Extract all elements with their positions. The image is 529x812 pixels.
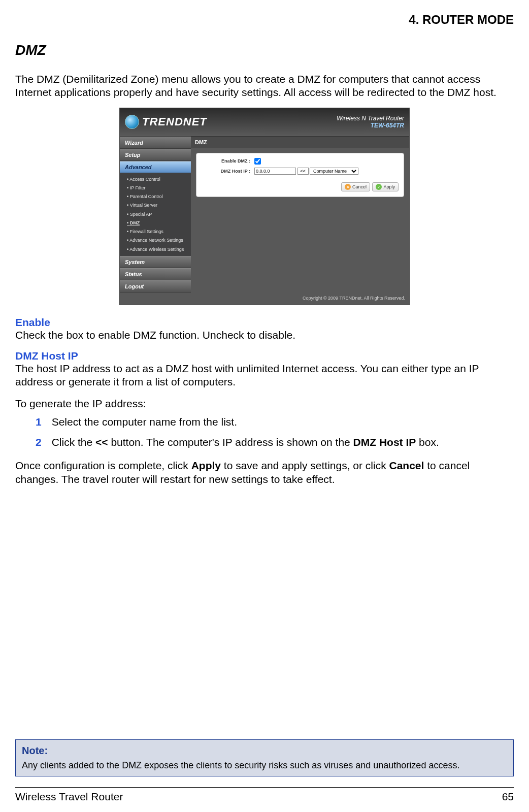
sub-dmz[interactable]: DMZ <box>120 219 191 228</box>
note-box: Note: Any clients added to the DMZ expos… <box>15 739 514 777</box>
nav-wizard[interactable]: Wizard <box>120 137 191 149</box>
generate-intro: To generate the IP address: <box>15 397 514 410</box>
apply-icon: ✓ <box>376 184 382 190</box>
final-paragraph: Once configuration is complete, click Ap… <box>15 459 514 486</box>
nav-advanced[interactable]: Advanced <box>120 161 191 173</box>
sub-ip-filter[interactable]: IP Filter <box>120 184 191 192</box>
step-2-text: Click the << button. The computer's IP a… <box>52 436 439 449</box>
step-number-2: 2 <box>36 436 42 449</box>
step-2: 2 Click the << button. The computer's IP… <box>36 436 514 449</box>
computer-name-select[interactable]: Computer Name <box>310 168 358 175</box>
cancel-icon: ✕ <box>345 184 351 190</box>
enable-heading: Enable <box>15 316 514 329</box>
sub-special-ap[interactable]: Special AP <box>120 210 191 219</box>
sub-adv-network[interactable]: Advance Network Settings <box>120 236 191 245</box>
sub-parental-control[interactable]: Parental Control <box>120 192 191 201</box>
nav-setup[interactable]: Setup <box>120 149 191 161</box>
chapter-header: 4. ROUTER MODE <box>15 13 514 27</box>
brand-name: TRENDNET <box>142 115 207 128</box>
nav-system[interactable]: System <box>120 256 191 268</box>
content-title: DMZ <box>191 137 409 148</box>
step-number-1: 1 <box>36 415 42 429</box>
sidebar: Wizard Setup Advanced Access Control IP … <box>120 137 191 293</box>
dmz-host-ip-description: The host IP address to act as a DMZ host… <box>15 362 514 389</box>
product-model: TEW-654TR <box>337 122 404 129</box>
apply-label: Apply <box>383 184 395 189</box>
dmz-host-ip-label: DMZ Host IP : <box>202 166 252 176</box>
product-name: Wireless N Travel Router <box>337 115 404 122</box>
enable-dmz-label: Enable DMZ : <box>202 156 252 166</box>
copyright-text: Copyright © 2009 TRENDnet. All Rights Re… <box>120 293 409 305</box>
dmz-host-ip-input[interactable] <box>254 168 296 175</box>
intro-paragraph: The DMZ (Demilitarized Zone) menu allows… <box>15 73 514 100</box>
dmz-host-ip-heading: DMZ Host IP <box>15 350 514 362</box>
sub-virtual-server[interactable]: Virtual Server <box>120 201 191 210</box>
router-header: TRENDNET Wireless N Travel Router TEW-65… <box>120 108 409 137</box>
page-footer: Wireless Travel Router 65 <box>15 787 514 803</box>
step-1: 1 Select the computer name from the list… <box>36 415 514 429</box>
page-number: 65 <box>502 791 514 803</box>
advanced-submenu: Access Control IP Filter Parental Contro… <box>120 173 191 256</box>
step-1-text: Select the computer name from the list. <box>52 415 237 429</box>
section-title: DMZ <box>15 42 514 58</box>
router-screenshot: TRENDNET Wireless N Travel Router TEW-65… <box>15 108 514 305</box>
enable-description: Check the box to enable DMZ function. Un… <box>15 329 514 342</box>
nav-logout[interactable]: Logout <box>120 280 191 293</box>
brand-logo-icon <box>125 115 139 129</box>
note-label: Note: <box>22 745 507 757</box>
sub-access-control[interactable]: Access Control <box>120 175 191 184</box>
sub-firewall[interactable]: Firewall Settings <box>120 228 191 236</box>
sub-adv-wireless[interactable]: Advance Wireless Settings <box>120 245 191 254</box>
cancel-button[interactable]: ✕ Cancel <box>341 182 370 191</box>
apply-button[interactable]: ✓ Apply <box>372 182 399 191</box>
note-text: Any clients added to the DMZ exposes the… <box>22 760 507 771</box>
footer-title: Wireless Travel Router <box>15 791 123 803</box>
dmz-panel: Enable DMZ : DMZ Host IP : << Computer N… <box>196 153 404 198</box>
lookup-button[interactable]: << <box>297 168 309 175</box>
enable-dmz-checkbox[interactable] <box>254 158 261 165</box>
cancel-label: Cancel <box>352 184 367 189</box>
nav-status[interactable]: Status <box>120 268 191 280</box>
